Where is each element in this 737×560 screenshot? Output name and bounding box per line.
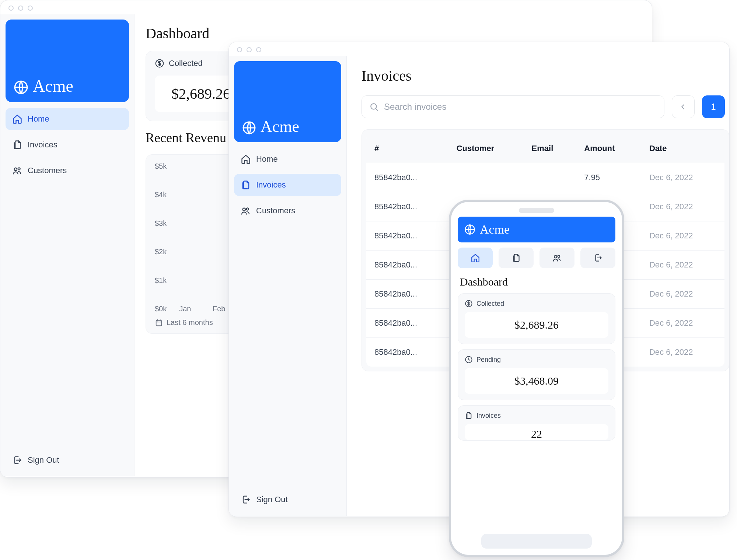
chart-y-axis: $5k $4k $3k $2k $1k $0k <box>155 162 167 313</box>
arrow-left-icon <box>679 102 688 111</box>
sidebar-item-home[interactable]: Home <box>234 148 341 170</box>
sidebar-item-label: Customers <box>256 206 295 216</box>
cell-id: 85842ba0... <box>366 338 448 367</box>
brand-name: Acme <box>480 223 510 237</box>
sidebar-item-label: Customers <box>28 166 67 175</box>
stat-card-collected: Collected $2,689.26 <box>458 293 615 344</box>
table-header-row: # Customer Email Amount Date <box>366 134 724 163</box>
cell-date: Dec 6, 2022 <box>641 221 724 251</box>
signout-label: Sign Out <box>256 495 288 504</box>
mobile-nav-customers[interactable] <box>539 248 574 268</box>
brand-name: Acme <box>261 119 299 135</box>
sidebar-item-invoices[interactable]: Invoices <box>6 134 129 156</box>
dollar-icon <box>155 59 164 68</box>
chart-footer-label: Last 6 months <box>167 318 213 327</box>
invoices-icon <box>241 180 251 190</box>
globe-icon <box>464 224 475 235</box>
chart-bar-label: Jan <box>179 305 191 313</box>
traffic-light-minimize[interactable] <box>247 47 252 52</box>
stat-value: 22 <box>465 424 608 440</box>
sidebar-nav: Home Invoices Customers <box>234 148 341 222</box>
page-title: Dashboard <box>146 25 641 42</box>
traffic-light-close[interactable] <box>237 47 242 52</box>
stat-label: Collected <box>476 300 504 308</box>
traffic-light-zoom[interactable] <box>28 6 33 11</box>
phone-home-indicator <box>481 534 592 549</box>
signout-icon <box>12 455 22 465</box>
cell-id: 85842ba0... <box>366 163 448 192</box>
cell-date: Dec 6, 2022 <box>641 163 724 192</box>
stat-card-pending: Pending $3,468.09 <box>458 349 615 400</box>
cell-id: 85842ba0... <box>366 221 448 251</box>
y-tick: $4k <box>155 190 167 199</box>
customers-icon <box>241 206 251 216</box>
sidebar-item-customers[interactable]: Customers <box>6 160 129 182</box>
phone-home-indicator-area <box>451 527 622 555</box>
traffic-light-close[interactable] <box>8 6 14 11</box>
globe-icon <box>14 80 28 95</box>
cell-customer <box>448 163 524 192</box>
sidebar-item-label: Invoices <box>256 180 286 190</box>
cell-date: Dec 6, 2022 <box>641 338 724 367</box>
table-col-date: Date <box>641 134 724 163</box>
sidebar: Acme Home Invoices Customers Si <box>0 14 135 476</box>
pagination-current[interactable]: 1 <box>702 95 725 118</box>
y-tick: $1k <box>155 276 167 285</box>
brand-logo[interactable]: Acme <box>6 20 129 102</box>
home-icon <box>471 253 480 263</box>
search-box[interactable] <box>361 95 664 118</box>
invoices-icon <box>12 140 22 150</box>
search-icon <box>369 102 379 112</box>
signout-button[interactable]: Sign Out <box>6 449 129 471</box>
table-row[interactable]: 85842ba0...7.95Dec 6, 2022 <box>366 163 724 192</box>
table-col-email: Email <box>524 134 576 163</box>
sidebar-item-label: Home <box>256 154 278 164</box>
titlebar <box>229 42 729 56</box>
customers-icon <box>12 165 22 176</box>
cell-id: 85842ba0... <box>366 280 448 309</box>
table-col-customer: Customer <box>448 134 524 163</box>
traffic-light-zoom[interactable] <box>256 47 261 52</box>
titlebar <box>0 0 652 14</box>
stat-label: Invoices <box>476 412 501 420</box>
mobile-nav-signout[interactable] <box>580 248 615 268</box>
sidebar-item-label: Home <box>28 114 49 124</box>
calendar-icon <box>155 319 163 327</box>
sidebar: Acme Home Invoices Customers Si <box>229 56 347 516</box>
brand-logo[interactable]: Acme <box>234 61 341 142</box>
cell-date: Dec 6, 2022 <box>641 251 724 280</box>
signout-button[interactable]: Sign Out <box>234 489 341 511</box>
cell-date: Dec 6, 2022 <box>641 280 724 309</box>
page-title: Dashboard <box>458 273 615 288</box>
stat-card-invoices: Invoices 22 <box>458 405 615 441</box>
cell-id: 85842ba0... <box>366 192 448 221</box>
sidebar-item-invoices[interactable]: Invoices <box>234 174 341 196</box>
sidebar-item-home[interactable]: Home <box>6 108 129 130</box>
mobile-nav-invoices[interactable] <box>499 248 534 268</box>
pagination-prev-button[interactable] <box>672 95 695 118</box>
cell-amount: 7.95 <box>576 163 641 192</box>
home-icon <box>12 114 22 124</box>
page-title: Invoices <box>361 67 729 84</box>
cell-email <box>524 163 576 192</box>
stat-label: Pending <box>476 356 501 364</box>
mobile-nav-home[interactable] <box>458 248 493 268</box>
y-tick: $5k <box>155 162 167 171</box>
invoices-icon <box>465 412 473 420</box>
search-input[interactable] <box>384 102 657 112</box>
brand-logo[interactable]: Acme <box>458 217 615 242</box>
cell-id: 85842ba0... <box>366 251 448 280</box>
stat-value: $3,468.09 <box>465 368 608 394</box>
sidebar-item-customers[interactable]: Customers <box>234 200 341 222</box>
traffic-light-minimize[interactable] <box>18 6 23 11</box>
y-tick: $0k <box>155 305 167 313</box>
chart-bars: Jan Feb <box>173 162 231 313</box>
chart-footer: Last 6 months <box>155 318 225 327</box>
signout-label: Sign Out <box>28 455 59 465</box>
phone-notch <box>519 208 554 213</box>
home-icon <box>241 154 251 164</box>
y-tick: $2k <box>155 248 167 256</box>
signout-icon <box>241 494 251 505</box>
customers-icon <box>552 253 562 263</box>
stat-value: $2,689.26 <box>465 312 608 338</box>
